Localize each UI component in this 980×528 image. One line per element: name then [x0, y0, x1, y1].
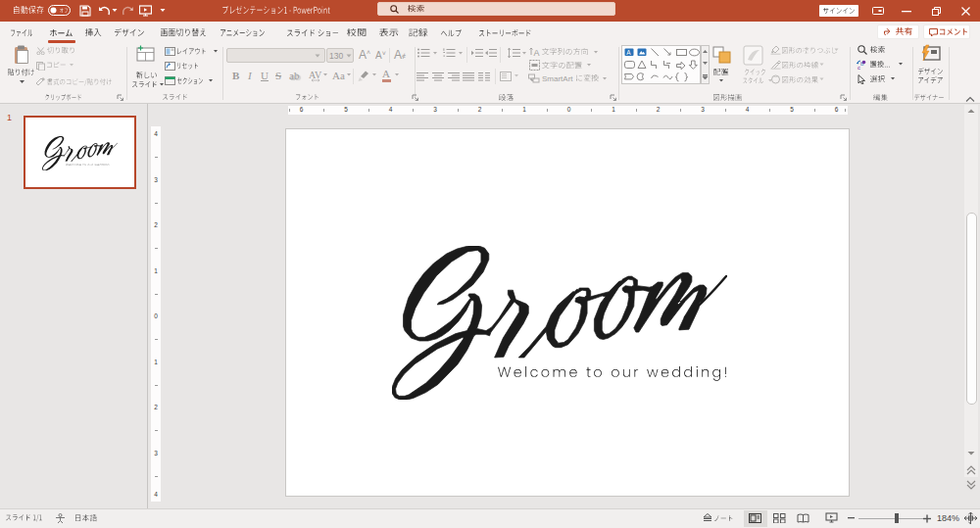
svg-text:A: A	[626, 49, 631, 56]
svg-text:c: c	[858, 65, 860, 70]
svg-text:A: A	[534, 48, 540, 57]
